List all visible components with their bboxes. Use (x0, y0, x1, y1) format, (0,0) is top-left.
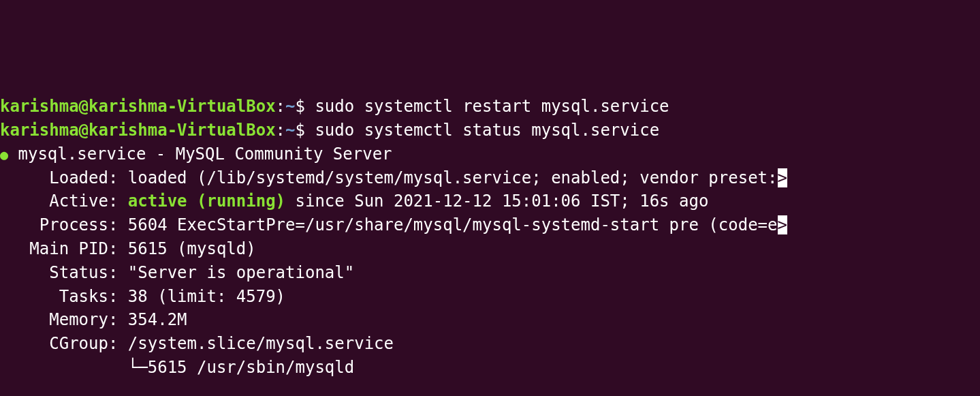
user-host: karishma@karishma-VirtualBox (0, 97, 276, 116)
prompt-sign: $ (295, 121, 304, 140)
loaded-line: Loaded: loaded (/lib/systemd/system/mysq… (0, 166, 980, 190)
process-value: 5604 ExecStartPre=/usr/share/mysql/mysql… (128, 215, 778, 234)
blank-line (0, 380, 980, 396)
cgroup-label: CGroup: (0, 334, 128, 353)
memory-label: Memory: (0, 310, 128, 329)
process-line: Process: 5604 ExecStartPre=/usr/share/my… (0, 213, 980, 237)
path: ~ (285, 97, 295, 116)
prompt-sign: $ (295, 97, 304, 116)
mainpid-label: Main PID: (0, 239, 128, 258)
active-line: Active: active (running) since Sun 2021-… (0, 189, 980, 213)
colon: : (276, 97, 285, 116)
status-line: Status: "Server is operational" (0, 261, 980, 285)
mainpid-value: 5615 (mysqld) (128, 239, 256, 258)
terminal-output[interactable]: karishma@karishma-VirtualBox:~$ sudo sys… (0, 95, 980, 396)
loaded-value: loaded (/lib/systemd/system/mysql.servic… (128, 168, 778, 187)
status-dot-icon: ● (0, 145, 8, 165)
status-label: Status: (0, 263, 128, 282)
mainpid-line: Main PID: 5615 (mysqld) (0, 237, 980, 261)
command-status: sudo systemctl status mysql.service (305, 121, 659, 140)
path: ~ (285, 121, 295, 140)
status-value: "Server is operational" (128, 263, 354, 282)
active-since: since Sun 2021-12-12 15:01:06 IST; 16s a… (285, 192, 708, 211)
cgroup-child: └─5615 /usr/sbin/mysqld (0, 358, 354, 377)
active-label: Active: (0, 192, 128, 211)
service-name: mysql.service - MySQL Community Server (8, 144, 392, 164)
tasks-value: 38 (limit: 4579) (128, 287, 285, 306)
prompt-line-1: karishma@karishma-VirtualBox:~$ sudo sys… (0, 95, 980, 119)
loaded-label: Loaded: (0, 168, 128, 187)
command-restart: sudo systemctl restart mysql.service (305, 97, 669, 116)
tasks-line: Tasks: 38 (limit: 4579) (0, 285, 980, 309)
cgroup-value: /system.slice/mysql.service (128, 334, 394, 353)
cgroup-child-line: └─5615 /usr/sbin/mysqld (0, 356, 980, 380)
tasks-label: Tasks: (0, 287, 128, 306)
cgroup-line: CGroup: /system.slice/mysql.service (0, 332, 980, 356)
colon: : (276, 121, 285, 140)
overflow-indicator: > (778, 168, 787, 187)
overflow-indicator: > (778, 215, 787, 234)
user-host: karishma@karishma-VirtualBox (0, 121, 276, 140)
service-header: ● mysql.service - MySQL Community Server (0, 142, 980, 166)
memory-value: 354.2M (128, 310, 187, 329)
process-label: Process: (0, 215, 128, 234)
active-state: active (running) (128, 192, 285, 211)
memory-line: Memory: 354.2M (0, 308, 980, 332)
prompt-line-2: karishma@karishma-VirtualBox:~$ sudo sys… (0, 119, 980, 142)
